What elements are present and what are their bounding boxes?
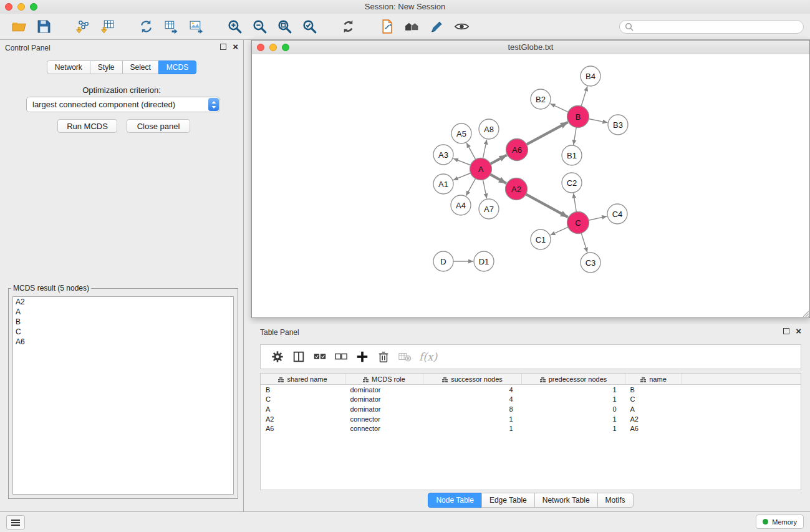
network-node[interactable]: B4 <box>581 66 600 86</box>
search-input[interactable] <box>634 22 798 32</box>
network-node[interactable]: C <box>567 212 589 234</box>
network-edge[interactable] <box>453 173 471 180</box>
network-node[interactable]: C2 <box>562 173 582 193</box>
resize-grip[interactable] <box>801 309 809 317</box>
network-edge[interactable] <box>574 127 577 145</box>
network-canvas[interactable]: B4B2BB3A5A8A6B1A3AC2A1A2A4A7C1CC4C3DD1 <box>252 54 809 317</box>
tab-mcds[interactable]: MCDS <box>158 60 196 74</box>
column-header[interactable]: shared name <box>261 374 345 385</box>
network-node[interactable]: B2 <box>531 89 551 109</box>
result-item[interactable]: A <box>13 307 233 317</box>
network-window-titlebar[interactable]: testGlobe.txt <box>252 41 809 55</box>
result-item[interactable]: C <box>13 327 233 337</box>
document-export-button[interactable] <box>374 17 399 37</box>
network-edge[interactable] <box>490 175 506 183</box>
network-edge[interactable] <box>550 104 568 112</box>
export-table-button[interactable] <box>158 17 183 37</box>
select-all-button[interactable] <box>309 347 330 366</box>
open-session-button[interactable] <box>6 17 31 37</box>
import-table-button[interactable] <box>95 17 120 37</box>
tab-network-table[interactable]: Network Table <box>534 493 598 508</box>
network-edge[interactable] <box>574 193 577 212</box>
tab-node-table[interactable]: Node Table <box>428 493 482 508</box>
table-row[interactable]: Cdominator41C <box>261 395 801 405</box>
show-graphics-button[interactable] <box>449 17 474 37</box>
network-node[interactable]: A6 <box>506 139 528 161</box>
network-edge[interactable] <box>453 158 471 165</box>
task-history-button[interactable] <box>6 515 25 530</box>
delete-table-button[interactable] <box>394 347 415 366</box>
column-header[interactable]: successor nodes <box>423 374 522 385</box>
zoom-in-button[interactable] <box>222 17 247 37</box>
close-panel-icon[interactable]: × <box>233 43 238 51</box>
network-node[interactable]: A3 <box>433 145 453 165</box>
network-node[interactable]: B <box>567 106 589 128</box>
result-item[interactable]: A2 <box>13 297 233 307</box>
function-builder-button[interactable]: f(x) <box>419 351 437 363</box>
run-mcds-button[interactable]: Run MCDS <box>57 119 117 133</box>
refresh-view-button[interactable] <box>335 17 360 37</box>
network-node[interactable]: A8 <box>479 119 499 139</box>
zoom-selected-button[interactable] <box>297 17 322 37</box>
network-edge[interactable] <box>589 216 607 221</box>
network-node[interactable]: A4 <box>451 195 471 215</box>
result-item[interactable]: A6 <box>13 337 233 347</box>
memory-button[interactable]: Memory <box>756 515 804 529</box>
table-row[interactable]: A2connector11A2 <box>261 414 801 424</box>
column-header[interactable]: MCDS role <box>345 374 423 385</box>
column-header[interactable]: predecessor nodes <box>522 374 625 385</box>
network-node[interactable]: C3 <box>581 253 600 273</box>
network-edge[interactable] <box>483 180 486 198</box>
network-node[interactable]: A <box>470 158 492 180</box>
tab-select[interactable]: Select <box>122 60 159 74</box>
network-node[interactable]: A5 <box>451 123 471 143</box>
tab-edge-table[interactable]: Edge Table <box>481 493 535 508</box>
optimization-criterion-select[interactable]: largest connected component (directed) <box>26 97 220 112</box>
tab-network[interactable]: Network <box>47 60 90 74</box>
export-image-button[interactable] <box>183 17 208 37</box>
network-node[interactable]: A2 <box>506 178 528 200</box>
network-edge[interactable] <box>466 143 476 160</box>
network-edge[interactable] <box>581 86 587 106</box>
network-node[interactable]: D1 <box>474 251 494 271</box>
deselect-all-button[interactable] <box>330 347 352 366</box>
network-node[interactable]: C4 <box>607 204 627 224</box>
export-network-button[interactable] <box>133 17 158 37</box>
zoom-fit-button[interactable] <box>272 17 297 37</box>
network-edge[interactable] <box>551 227 569 235</box>
tab-style[interactable]: Style <box>90 60 123 74</box>
tab-motifs[interactable]: Motifs <box>597 493 634 508</box>
table-settings-button[interactable] <box>267 347 288 366</box>
show-columns-button[interactable] <box>288 347 309 366</box>
network-node[interactable]: A7 <box>479 199 499 219</box>
column-header[interactable]: name <box>625 374 682 385</box>
network-edge[interactable] <box>490 155 506 164</box>
float-table-panel-icon[interactable] <box>783 328 789 334</box>
network-node[interactable]: C1 <box>531 230 551 249</box>
float-panel-icon[interactable] <box>220 44 226 50</box>
network-edge[interactable] <box>589 118 607 122</box>
network-node[interactable]: A1 <box>433 174 453 194</box>
import-network-button[interactable] <box>70 17 95 37</box>
close-panel-button[interactable]: Close panel <box>127 119 190 133</box>
network-edge[interactable] <box>483 140 486 158</box>
network-edge[interactable] <box>581 233 587 253</box>
network-edge[interactable] <box>466 178 475 196</box>
annotation-button[interactable] <box>424 17 449 37</box>
delete-row-button[interactable] <box>373 347 394 366</box>
first-neighbors-button[interactable] <box>399 17 424 37</box>
network-node[interactable]: D <box>433 251 453 271</box>
zoom-selected-icon <box>302 19 317 34</box>
network-node[interactable]: B1 <box>562 145 582 165</box>
network-edge[interactable] <box>526 194 567 217</box>
close-table-panel-icon[interactable]: × <box>796 327 801 335</box>
result-item[interactable]: B <box>13 317 233 327</box>
zoom-out-button[interactable] <box>247 17 272 37</box>
add-row-button[interactable] <box>352 347 373 366</box>
table-row[interactable]: A6connector11A6 <box>261 423 801 433</box>
table-row[interactable]: Adominator80A <box>261 404 801 414</box>
table-row[interactable]: Bdominator41B <box>261 385 801 395</box>
save-session-button[interactable] <box>31 17 56 37</box>
network-edge[interactable] <box>526 122 567 145</box>
network-node[interactable]: B3 <box>608 115 628 135</box>
